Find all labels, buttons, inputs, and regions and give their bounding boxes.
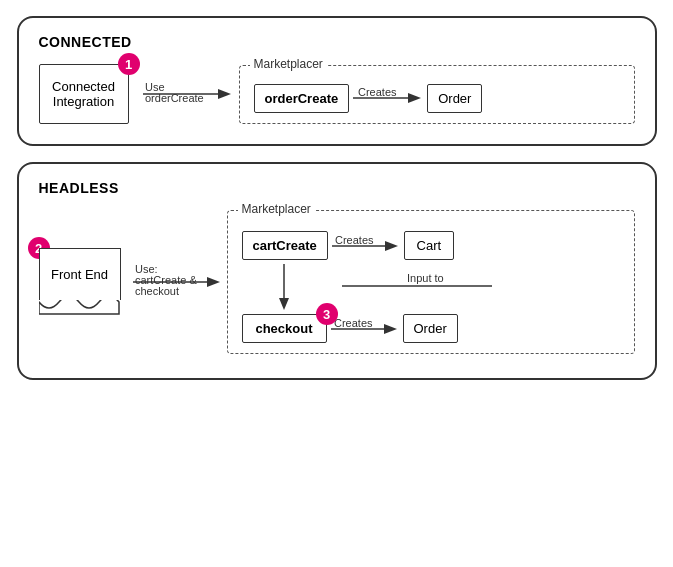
headless-diagram: HEADLESS 2 Front End Use: cartCreate & <box>17 162 657 380</box>
creates-arrow-svg: Creates <box>353 88 423 108</box>
cart-create-box: cartCreate <box>242 231 328 260</box>
wavy-bottom-svg <box>39 300 121 316</box>
cart-result-box: Cart <box>404 231 454 260</box>
svg-marker-6 <box>408 93 421 103</box>
connected-layout: 1 Connected Integration Use orderCreate … <box>39 64 635 124</box>
order-creates-arrow: Creates <box>331 319 399 339</box>
headless-layout: 2 Front End Use: cartCreate & checkout <box>39 210 635 354</box>
cart-creates-arrow: Creates <box>332 236 400 256</box>
marketplacer-headless-box: Marketplacer cartCreate Creates Cart <box>227 210 635 354</box>
svg-marker-22 <box>384 324 397 334</box>
checkout-box: checkout <box>242 314 327 343</box>
order-result-box-headless: Order <box>403 314 458 343</box>
input-to-section: Input to <box>242 264 620 310</box>
input-to-svg: Input to <box>242 264 562 310</box>
svg-text:checkout: checkout <box>135 285 179 297</box>
headless-title: HEADLESS <box>39 180 635 196</box>
marketplacer-connected-box: Marketplacer orderCreate Creates Order <box>239 65 635 124</box>
headless-left: 2 Front End <box>39 248 121 316</box>
arrow-svg: Use orderCreate <box>143 82 233 106</box>
svg-text:Input to: Input to <box>407 272 444 284</box>
use-arrow-headless: Use: cartCreate & checkout <box>133 257 223 307</box>
frontend-box: Front End <box>39 248 121 300</box>
svg-text:Creates: Creates <box>334 319 373 329</box>
frontend-wrapper: Front End <box>39 248 121 316</box>
headless-arrow-svg: Use: cartCreate & checkout <box>133 257 223 307</box>
badge-3: 3 <box>316 303 338 325</box>
use-order-create-arrow: Use orderCreate <box>143 82 233 106</box>
marketplacer-headless-label: Marketplacer <box>238 202 315 216</box>
svg-marker-14 <box>385 241 398 251</box>
connected-diagram: CONNECTED 1 Connected Integration Use or… <box>17 16 657 146</box>
svg-marker-16 <box>279 298 289 310</box>
order-create-api-box: orderCreate <box>254 84 350 113</box>
marketplacer-connected-content: orderCreate Creates Order <box>254 84 620 113</box>
marketplacer-connected-label: Marketplacer <box>250 57 327 71</box>
connected-left: 1 Connected Integration <box>39 64 129 124</box>
checkout-badge-wrapper: 3 checkout <box>242 314 327 343</box>
svg-marker-3 <box>218 89 231 99</box>
connected-title: CONNECTED <box>39 34 635 50</box>
svg-marker-11 <box>207 277 220 287</box>
cart-create-row: cartCreate Creates Cart <box>242 231 620 260</box>
checkout-row: 3 checkout Creates Order <box>242 314 620 343</box>
svg-text:Creates: Creates <box>335 236 374 246</box>
order-result-box: Order <box>427 84 482 113</box>
connected-integration-box: Connected Integration <box>39 64 129 124</box>
svg-text:orderCreate: orderCreate <box>145 92 204 104</box>
svg-text:Creates: Creates <box>358 88 397 98</box>
badge-1: 1 <box>118 53 140 75</box>
